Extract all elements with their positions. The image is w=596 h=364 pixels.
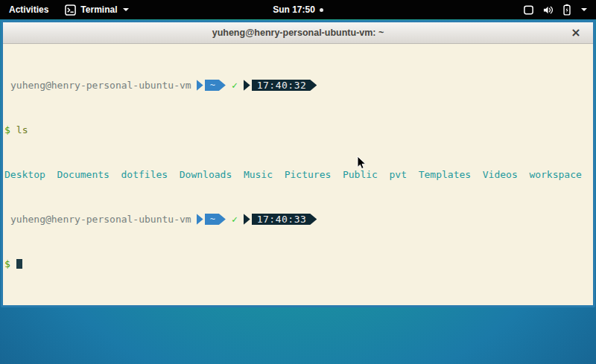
prompt-path: ~ bbox=[205, 214, 226, 225]
prompt-path: ~ bbox=[205, 80, 226, 91]
prompt-user-host: yuheng@henry-personal-ubuntu-vm bbox=[4, 80, 191, 91]
notification-dot-icon bbox=[320, 8, 323, 12]
terminal-content[interactable]: yuheng@henry-personal-ubuntu-vm ~ ✓ 17:4… bbox=[3, 44, 593, 305]
directory-entry: Documents bbox=[57, 169, 109, 180]
activities-label: Activities bbox=[9, 4, 48, 15]
directory-entry: Videos bbox=[483, 169, 518, 180]
directory-entry: Pictures bbox=[285, 169, 332, 180]
gnome-top-bar: Activities Terminal Sun 17:50 bbox=[0, 0, 596, 19]
close-button[interactable]: × bbox=[568, 23, 584, 41]
prompt-line: yuheng@henry-personal-ubuntu-vm ~ ✓ 17:4… bbox=[4, 80, 592, 91]
prompt-symbol: $ bbox=[4, 258, 10, 269]
directory-entry: Downloads bbox=[180, 169, 232, 180]
screen-indicator-icon bbox=[523, 4, 534, 16]
window-title: yuheng@henry-personal-ubuntu-vm: ~ bbox=[212, 28, 384, 38]
directory-entry: pvt bbox=[390, 169, 407, 180]
terminal-cursor bbox=[16, 259, 22, 269]
directory-entry: Templates bbox=[419, 169, 471, 180]
command-text: ls bbox=[16, 124, 28, 135]
powerline-separator-icon bbox=[244, 214, 250, 225]
powerline-separator-icon bbox=[197, 80, 203, 91]
prompt-time: 17:40:32 bbox=[252, 80, 317, 91]
directory-entry: Public bbox=[343, 169, 378, 180]
clock-label: Sun 17:50 bbox=[273, 4, 315, 15]
battery-charging-icon bbox=[562, 4, 571, 16]
prompt-symbol: $ bbox=[4, 124, 10, 135]
directory-entry: workspace bbox=[529, 169, 581, 180]
command-line: $ ls bbox=[4, 124, 592, 135]
system-status-area[interactable] bbox=[514, 0, 596, 19]
chevron-down-icon bbox=[123, 8, 129, 11]
window-titlebar[interactable]: yuheng@henry-personal-ubuntu-vm: ~ × bbox=[3, 22, 593, 44]
app-menu-label: Terminal bbox=[80, 4, 117, 15]
prompt-time: 17:40:33 bbox=[252, 214, 317, 225]
ls-output-line: DesktopDocumentsdotfilesDownloadsMusicPi… bbox=[4, 169, 592, 180]
terminal-window: yuheng@henry-personal-ubuntu-vm: ~ × yuh… bbox=[1, 20, 595, 307]
terminal-icon bbox=[65, 4, 76, 16]
prompt-line: yuheng@henry-personal-ubuntu-vm ~ ✓ 17:4… bbox=[4, 214, 592, 225]
powerline-separator-icon bbox=[244, 80, 250, 91]
directory-entry: Desktop bbox=[4, 169, 45, 180]
activities-button[interactable]: Activities bbox=[0, 0, 57, 19]
input-line: $ bbox=[4, 258, 592, 269]
prompt-user-host: yuheng@henry-personal-ubuntu-vm bbox=[4, 214, 191, 225]
directory-entry: dotfiles bbox=[121, 169, 168, 180]
status-check-icon: ✓ bbox=[232, 214, 238, 225]
volume-icon bbox=[542, 4, 554, 16]
chevron-down-icon bbox=[581, 8, 587, 11]
app-menu-button[interactable]: Terminal bbox=[57, 0, 136, 19]
powerline-separator-icon bbox=[197, 214, 203, 225]
directory-entry: Music bbox=[244, 169, 273, 180]
status-check-icon: ✓ bbox=[232, 80, 238, 91]
